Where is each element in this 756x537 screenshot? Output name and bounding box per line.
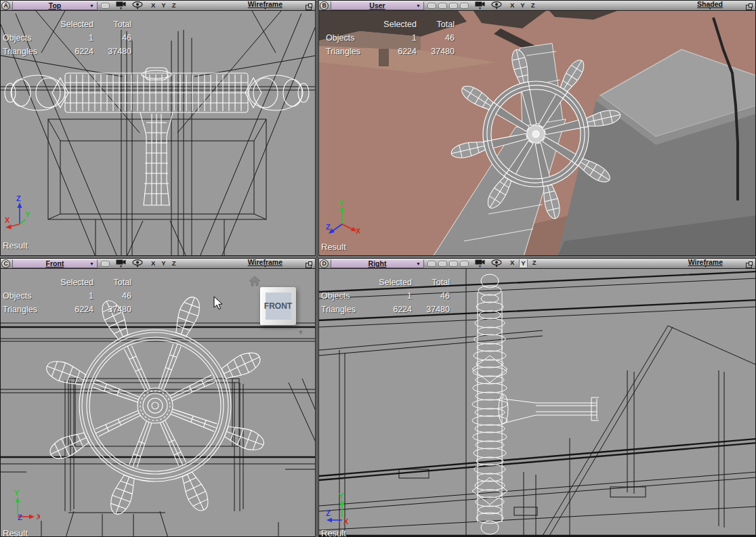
stats-value: 6224 xyxy=(46,47,93,56)
axis-x-label: X xyxy=(343,517,349,525)
view-name: Top xyxy=(49,1,61,9)
stats-value: 46 xyxy=(93,33,131,43)
viewport-letter-badge[interactable]: C xyxy=(1,259,10,268)
chevron-down-icon: ▼ xyxy=(495,265,499,268)
z-axis-button[interactable]: Z xyxy=(171,259,177,267)
axis-y-label: Y xyxy=(339,200,344,207)
maximize-viewport-icon xyxy=(305,261,313,269)
y-axis-button[interactable]: Y xyxy=(519,259,527,268)
viewport-letter-badge[interactable]: B xyxy=(320,1,329,10)
memo-cam-slot[interactable] xyxy=(460,261,469,267)
viewport-right: D Right ▼ ▼ ▼ X Y Z xyxy=(318,258,756,537)
viewport-user: B User ▼ ▼ ▼ X Y Z xyxy=(318,0,756,256)
view-type-dropdown[interactable]: User ▼ xyxy=(331,1,424,10)
x-axis-button[interactable]: X xyxy=(509,259,516,268)
viewport-canvas[interactable]: SelectedTotal Objects146 Triangles622437… xyxy=(319,11,755,255)
memo-cam-slots xyxy=(427,261,469,267)
viewport-top: A Top ▼ ▼ ▼ X Y Z Wireframe xyxy=(0,0,316,256)
stats-value: 6224 xyxy=(364,305,412,314)
memo-cam-slot[interactable] xyxy=(460,3,469,9)
result-label: Result xyxy=(3,528,28,536)
maximize-viewport-icon xyxy=(305,3,313,11)
memo-cam-slots xyxy=(101,3,110,9)
visibility-menu-button[interactable]: ▼ xyxy=(491,259,502,268)
chevron-down-icon: ▼ xyxy=(704,265,707,268)
memo-cam-slot[interactable] xyxy=(427,261,436,267)
stats-value: 1 xyxy=(369,33,417,43)
axis-lock-buttons: X Y Z xyxy=(509,1,537,9)
axis-x-label: X xyxy=(5,216,10,224)
axis-y-label: Y xyxy=(339,492,344,500)
x-axis-button[interactable]: X xyxy=(150,1,156,9)
memo-cam-slot[interactable] xyxy=(438,261,447,267)
camera-menu-button[interactable]: ▼ xyxy=(475,1,485,10)
visibility-menu-button[interactable]: ▼ xyxy=(132,1,143,10)
memo-cam-slots xyxy=(427,3,469,9)
x-axis-button[interactable]: X xyxy=(509,1,516,9)
viewport-canvas[interactable]: SelectedTotal Objects146 Triangles622437… xyxy=(1,11,315,255)
view-cube-arrow-icon[interactable]: ▼ xyxy=(297,328,304,336)
view-type-dropdown[interactable]: Top ▼ xyxy=(12,1,98,10)
view-type-dropdown[interactable]: Right ▼ xyxy=(331,259,424,268)
camera-menu-button[interactable]: ▼ xyxy=(475,259,485,268)
camera-menu-button[interactable]: ▼ xyxy=(116,259,126,268)
stats-value: 46 xyxy=(417,33,455,43)
stats-value: 37480 xyxy=(93,47,131,56)
chevron-down-icon: ▼ xyxy=(478,265,482,268)
stats-value: 1 xyxy=(46,33,93,43)
chevron-down-icon: ▼ xyxy=(119,265,123,268)
z-axis-button[interactable]: Z xyxy=(531,259,538,268)
z-axis-button[interactable]: Z xyxy=(171,1,177,9)
display-mode-dropdown[interactable]: Shaded ▼ xyxy=(697,1,723,11)
viewport-letter-badge[interactable]: D xyxy=(320,259,329,268)
dropdown-arrow-icon: ▼ xyxy=(89,261,94,266)
display-mode-dropdown[interactable]: Wireframe ▼ xyxy=(248,1,282,11)
camera-menu-button[interactable]: ▼ xyxy=(116,1,126,10)
dropdown-arrow-icon: ▼ xyxy=(416,261,421,266)
display-mode-dropdown[interactable]: Wireframe ▼ xyxy=(688,259,723,269)
view-type-dropdown[interactable]: Front ▼ xyxy=(12,259,98,268)
memo-cam-slot[interactable] xyxy=(449,261,458,267)
z-axis-button[interactable]: Z xyxy=(530,1,537,9)
memo-cam-slot[interactable] xyxy=(101,261,110,267)
result-label: Result xyxy=(3,240,28,251)
application-window: A Top ▼ ▼ ▼ X Y Z Wireframe xyxy=(0,0,756,537)
viewport-canvas[interactable]: SelectedTotal Objects146 Triangles622437… xyxy=(1,269,315,536)
stats-col-total: Total xyxy=(417,20,455,29)
front-view-cube-widget[interactable]: FRONT xyxy=(260,287,296,325)
axis-z-label: Z xyxy=(18,513,22,521)
memo-cam-slot[interactable] xyxy=(449,3,458,9)
axis-lock-buttons: X Y Z xyxy=(150,1,177,9)
viewport-letter-badge[interactable]: A xyxy=(1,1,10,10)
stats-row-label: Objects xyxy=(326,33,369,43)
maximize-viewport-icon xyxy=(745,261,753,269)
axis-x-label: X xyxy=(37,513,40,521)
stats-row-label: Objects xyxy=(3,291,46,301)
visibility-menu-button[interactable]: ▼ xyxy=(132,259,143,268)
viewport-header: D Right ▼ ▼ ▼ X Y Z xyxy=(319,259,755,269)
dropdown-arrow-icon: ▼ xyxy=(89,3,94,8)
maximize-viewport-icon xyxy=(745,3,753,11)
y-axis-button[interactable]: Y xyxy=(519,1,526,9)
y-axis-button[interactable]: Y xyxy=(160,1,167,9)
home-icon[interactable] xyxy=(249,276,261,286)
stats-col-total: Total xyxy=(412,278,450,287)
y-axis-button[interactable]: Y xyxy=(160,259,167,267)
memo-cam-slot[interactable] xyxy=(101,3,110,9)
result-label: Result xyxy=(321,242,346,252)
stats-row-label: Objects xyxy=(3,33,46,43)
chevron-down-icon: ▼ xyxy=(136,7,140,10)
viewport-canvas[interactable]: SelectedTotal Objects146 Triangles622437… xyxy=(319,269,755,536)
stats-col-selected: Selected xyxy=(369,20,417,29)
axis-x-label: X xyxy=(356,227,360,235)
stats-value: 37480 xyxy=(93,305,131,314)
stats-col-total: Total xyxy=(93,20,131,29)
memo-cam-slot[interactable] xyxy=(438,3,447,9)
axis-triad: Y X Z xyxy=(326,200,360,238)
axis-lock-buttons: X Y Z xyxy=(150,259,177,267)
x-axis-button[interactable]: X xyxy=(150,259,156,267)
display-mode-dropdown[interactable]: Wireframe ▼ xyxy=(248,259,282,269)
stats-col-total: Total xyxy=(93,278,131,287)
visibility-menu-button[interactable]: ▼ xyxy=(491,1,502,10)
memo-cam-slot[interactable] xyxy=(427,3,436,9)
